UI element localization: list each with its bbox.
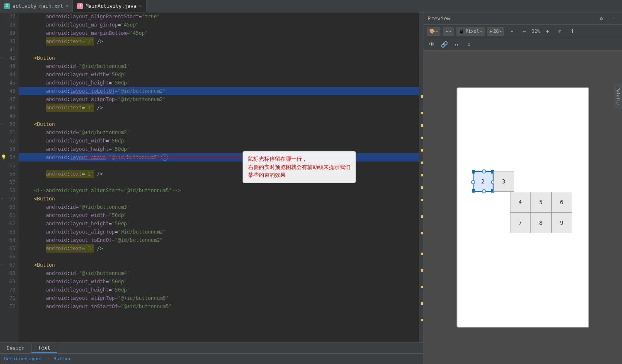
code-line-49 [19, 112, 419, 120]
scrollbar-area[interactable] [419, 12, 423, 342]
ln-37: 37 [0, 12, 15, 21]
code-line-63: android:layout_alignTop="@id/buttonnum2" [19, 228, 419, 236]
code-line-68: android:id="@+id/buttonnum4" [19, 269, 419, 277]
minimize-icon[interactable]: — [610, 14, 618, 23]
phone-icon: 📱 [459, 29, 464, 34]
android-icon: ▶ [490, 29, 493, 34]
fold-icon-42[interactable]: ▾ [1, 54, 3, 62]
ln-42: ▾ 42 [0, 54, 15, 62]
style-dropdown[interactable]: ✦ ▾ [443, 27, 454, 36]
tooltip-text-line2: 右侧的实时预览图就会有辅助线来提示我们 [248, 163, 350, 171]
code-line-62: android:layout_height="50dp" [19, 219, 419, 228]
code-line-48: android:text="1" /> [19, 104, 419, 112]
ln-71: 71 [0, 294, 15, 302]
code-line-64: android:layout_toEndOf="@id/buttonnum2" [19, 236, 419, 244]
constraint-dot-top [482, 169, 486, 174]
close-icon-xml[interactable]: × [66, 3, 69, 9]
constraint-square-tl [472, 170, 475, 174]
zoom-in-btn[interactable]: + [542, 27, 552, 36]
constraint-square-bl [472, 189, 475, 193]
ln-51: 51 [0, 128, 15, 137]
more-toolbar-btn[interactable]: » [507, 27, 517, 36]
ln-59: ▾ 59 [0, 195, 15, 203]
ln-47: 47 [0, 95, 15, 104]
java-icon: J [77, 3, 83, 9]
breadcrumb-item-button[interactable]: Button [53, 356, 70, 362]
fold-icon-59[interactable]: ▾ [1, 195, 3, 203]
ln-56: 56 [0, 170, 15, 178]
code-line-65: android:text="3" /> [19, 244, 419, 253]
zoom-out-btn[interactable]: − [519, 27, 529, 36]
close-icon-java[interactable]: × [139, 3, 142, 9]
chevron-down-icon-api: ▾ [500, 29, 502, 34]
ln-54: 💡 54 [0, 153, 15, 162]
code-line-67: <Button [19, 261, 419, 269]
ln-44: 44 [0, 70, 15, 79]
code-line-37: android:layout_alignParentStart="true" [19, 12, 419, 21]
device-dropdown[interactable]: 📱 Pixel ▾ [456, 27, 485, 36]
tab-label-java: MainActivity.java [85, 3, 136, 9]
bulb-icon-54[interactable]: 💡 [1, 153, 7, 162]
ln-57: 57 [0, 178, 15, 186]
code-line-42: <Button [19, 54, 419, 62]
ln-63: 63 [0, 228, 15, 236]
code-line-60: android:id="@+id/buttonnum3" [19, 203, 419, 211]
preview-button-6[interactable]: 6 [552, 192, 572, 212]
code-line-71: android:layout_alignTop="@+id/buttonnum5… [19, 294, 419, 302]
preview-toolbar: 🎨 ▾ ✦ ▾ 📱 Pixel ▾ ▶ 28 ▾ » − [423, 25, 622, 38]
fold-icon-67[interactable]: ▾ [1, 261, 3, 269]
preview-button-2[interactable]: 2 [473, 171, 493, 192]
ln-52: 52 [0, 137, 15, 145]
tab-text[interactable]: Text [32, 343, 57, 353]
code-line-44: android:layout_width="50dp" [19, 70, 419, 79]
ln-43: 43 [0, 62, 15, 70]
ln-38: 38 [0, 21, 15, 29]
code-lines[interactable]: android:layout_alignParentStart="true" a… [19, 12, 419, 342]
code-line-51: android:id="@+id/buttonnum2" [19, 128, 419, 137]
tooltip-text-line1: 鼠标光标停留在哪一行， [248, 155, 350, 163]
code-line-72: android:layout_toStartOf="@+id/buttonnum… [19, 302, 419, 311]
preview-button-5[interactable]: 5 [531, 192, 552, 212]
palette-tab[interactable]: Palette [614, 84, 622, 108]
code-line-39: android:layout_marginBottom="45dp" [19, 29, 419, 37]
code-line-70: android:layout_height="50dp" [19, 286, 419, 294]
preview-button-7[interactable]: 7 [510, 212, 531, 233]
api-dropdown[interactable]: ▶ 28 ▾ [487, 27, 504, 36]
fold-icon-50[interactable]: ▾ [1, 120, 3, 128]
breadcrumb-bar: RelativeLayout › Button [0, 353, 423, 364]
preview-title: Preview [428, 15, 593, 22]
constraint-btn[interactable]: 🔗 [439, 39, 449, 49]
code-line-41 [19, 46, 419, 54]
eye-btn[interactable]: 👁 [427, 39, 437, 49]
tab-main-activity[interactable]: J MainActivity.java × [73, 0, 146, 12]
breadcrumb-item-relativelayout[interactable]: RelativeLayout [4, 356, 43, 362]
ln-48: 48 [0, 104, 15, 112]
line-numbers: 37 38 39 40 41 ▾ 42 43 44 45 46 47 48 49 [0, 12, 19, 342]
code-line-46: android:layout_toLeftOf="@id/buttonnum2" [19, 87, 419, 95]
resize-v-btn[interactable]: ↕ [464, 39, 474, 49]
ln-68: 68 [0, 269, 15, 277]
fit-btn[interactable]: ⊙ [555, 27, 565, 36]
ln-39: 39 [0, 29, 15, 37]
constraint-dot-left [471, 180, 475, 184]
theme-dropdown[interactable]: 🎨 ▾ [427, 27, 440, 36]
tab-design[interactable]: Design [0, 343, 32, 353]
ln-58: 58 [0, 186, 15, 195]
info-btn[interactable]: ℹ [567, 27, 577, 36]
tab-activity-main[interactable]: X activity_main.xml × [0, 0, 73, 12]
preview-button-3[interactable]: 3 [493, 171, 514, 192]
code-container[interactable]: 37 38 39 40 41 ▾ 42 43 44 45 46 47 48 49 [0, 12, 423, 342]
preview-button-4[interactable]: 4 [510, 192, 531, 212]
preview-button-8[interactable]: 8 [531, 212, 552, 233]
ln-50: ▾ 50 [0, 120, 15, 128]
code-line-59: <Button [19, 195, 419, 203]
ln-49: 49 [0, 112, 15, 120]
preview-canvas[interactable]: 上 下 左 右 2 [423, 51, 622, 364]
preview-button-9[interactable]: 9 [552, 212, 572, 233]
resize-h-btn[interactable]: ↔ [452, 39, 462, 49]
code-line-45: android:layout_height="50dp" [19, 79, 419, 87]
code-line-40: android:text="/" /> [19, 37, 419, 46]
phone-frame: 上 下 左 右 2 [457, 87, 589, 328]
settings-icon[interactable]: ⚙ [597, 14, 605, 23]
tooltip-text-line3: 某些约束的效果 [248, 171, 350, 179]
